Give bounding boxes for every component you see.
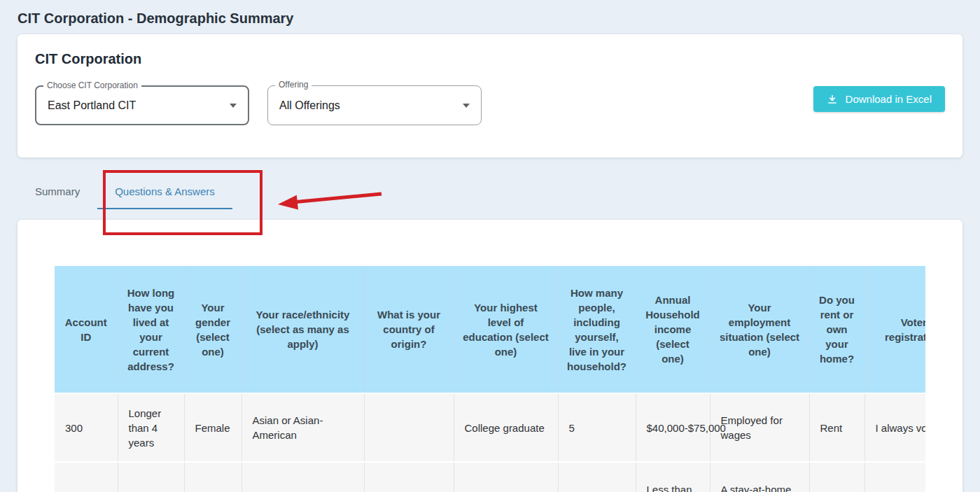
download-icon xyxy=(827,94,838,105)
table-cell: 5 xyxy=(558,393,636,462)
table-row: 301 Some college Less than $40,000 A sta… xyxy=(55,462,925,492)
column-header: How long have you lived at your current … xyxy=(118,266,184,393)
chevron-down-icon xyxy=(463,104,470,108)
results-card: Account ID How long have you lived at yo… xyxy=(18,220,962,492)
table-cell: 300 xyxy=(55,393,118,462)
corporation-select-label: Choose CIT Corporation xyxy=(43,80,141,90)
table-cell: Asian or Asian-American xyxy=(241,393,364,462)
filter-card: CIT Corporation Choose CIT Corporation E… xyxy=(18,34,962,157)
page: { "page": { "title": "CIT Corporation - … xyxy=(0,0,980,492)
table-row: 300 Longer than 4 years Female Asian or … xyxy=(55,393,925,462)
column-header: How many people, including yourself, liv… xyxy=(558,266,636,393)
table-cell: Rent xyxy=(809,462,864,492)
tab-bar: Summary Questions & Answers xyxy=(18,175,980,209)
column-header: Account ID xyxy=(55,266,118,393)
table-cell: Employed for wages xyxy=(710,393,809,462)
page-title: CIT Corporation - Demographic Summary xyxy=(0,0,980,34)
corporation-select[interactable]: Choose CIT Corporation East Portland CIT xyxy=(35,85,249,125)
column-header: Do you rent or own your home? xyxy=(809,266,864,393)
table-cell: I always vote xyxy=(864,462,925,492)
table-cell: Some college xyxy=(454,462,558,492)
table-cell xyxy=(118,462,184,492)
table-header-row: Account ID How long have you lived at yo… xyxy=(55,266,925,393)
chevron-down-icon xyxy=(230,104,237,108)
table-cell: I always vote xyxy=(864,393,925,462)
table-cell: $40,000-$75,000 xyxy=(636,393,710,462)
column-header: What is your country of origin? xyxy=(364,266,454,393)
table-cell: Less than $40,000 xyxy=(636,462,710,492)
column-header: Your race/ethnicity (select as many as a… xyxy=(241,266,364,393)
card-heading: CIT Corporation xyxy=(35,51,945,67)
tab-questions-answers[interactable]: Questions & Answers xyxy=(97,175,232,209)
table-cell xyxy=(364,393,454,462)
offering-select-value: All Offerings xyxy=(279,99,340,112)
questions-answers-table: Account ID How long have you lived at yo… xyxy=(55,266,925,492)
table-cell: Rent xyxy=(809,393,864,462)
column-header: Your employment situation (select one) xyxy=(710,266,809,393)
column-header: Voter registration xyxy=(864,266,925,393)
table-cell xyxy=(558,462,636,492)
table-cell xyxy=(364,462,454,492)
table-cell xyxy=(241,462,364,492)
offering-select[interactable]: Offering All Offerings xyxy=(267,85,482,125)
table-scroll-container[interactable]: Account ID How long have you lived at yo… xyxy=(55,266,925,492)
corporation-select-value: East Portland CIT xyxy=(48,99,136,112)
column-header: Your gender (select one) xyxy=(184,266,241,393)
table-cell: A stay-at-home parent xyxy=(710,462,809,492)
column-header: Your highest level of education (select … xyxy=(454,266,558,393)
table-cell: Longer than 4 years xyxy=(118,393,184,462)
tab-summary[interactable]: Summary xyxy=(18,175,97,209)
table-cell: 301 xyxy=(55,462,118,492)
column-header: Annual Household income (select one) xyxy=(636,266,710,393)
download-excel-button[interactable]: Download in Excel xyxy=(813,86,945,112)
table-cell xyxy=(184,462,241,492)
table-cell: Female xyxy=(184,393,241,462)
table-cell: College graduate xyxy=(454,393,558,462)
offering-select-label: Offering xyxy=(275,80,312,90)
download-excel-label: Download in Excel xyxy=(846,93,932,105)
filter-controls: Choose CIT Corporation East Portland CIT… xyxy=(35,85,945,125)
